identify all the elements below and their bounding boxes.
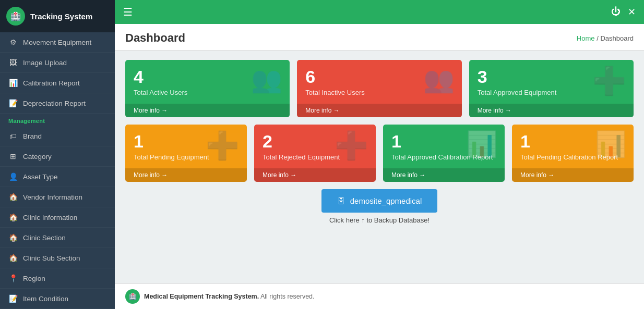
grid-icon: ⊞	[8, 152, 18, 160]
sidebar-label-asset-type: Asset Type	[23, 173, 58, 181]
sidebar-label-clinic-sub-section: Clinic Sub Section	[23, 254, 80, 262]
sidebar-logo-icon: 🏥	[6, 7, 25, 26]
sidebar-item-depreciation-report[interactable]: 📝 Depreciation Report	[0, 93, 115, 114]
footer: 🏥 Medical Equipment Tracking System. All…	[115, 283, 644, 309]
stat-card-approved-calibration[interactable]: 📊 1 Total Approved Calibration Report Mo…	[383, 125, 505, 182]
sidebar-label-movement-equipment: Movement Equipment	[23, 39, 91, 46]
inactive-users-label: Total Inactive Users	[305, 89, 453, 100]
sidebar-label-brand: Brand	[23, 132, 42, 140]
sidebar-section-management: Management	[0, 114, 115, 126]
topbar: ☰ ⏻ ✕	[115, 0, 644, 24]
image-icon: 🖼	[8, 58, 18, 67]
sidebar-item-region[interactable]: 📍 Region	[0, 268, 115, 289]
approved-calibration-more-info[interactable]: More info →	[383, 168, 505, 182]
main-content: ☰ ⏻ ✕ Dashboard Home / Dashboard 👥 4 Tot…	[115, 0, 644, 309]
inactive-users-more-info[interactable]: More info →	[297, 104, 461, 117]
sidebar-header: 🏥 Tracking System	[0, 0, 115, 32]
chart-icon: 📊	[8, 79, 18, 87]
approved-equipment-label: Total Approved Equipment	[478, 89, 625, 100]
database-icon: 🗄	[337, 196, 345, 205]
approved-equipment-more-info[interactable]: More info →	[469, 104, 634, 117]
footer-logo-icon: 🏥	[125, 289, 140, 304]
report-icon: 📝	[8, 99, 18, 107]
approved-calibration-label: Total Approved Calibration Report	[391, 153, 496, 164]
sidebar-title: Tracking System	[30, 12, 92, 21]
sidebar-item-category[interactable]: ⊞ Category	[0, 146, 115, 167]
topbar-actions: ⏻ ✕	[611, 6, 636, 18]
sidebar-item-image-upload[interactable]: 🖼 Image Upload	[0, 53, 115, 73]
power-icon[interactable]: ⏻	[611, 6, 621, 18]
region-icon: 📍	[8, 274, 18, 282]
sidebar-label-clinic-section: Clinic Section	[23, 234, 66, 242]
active-users-label: Total Active Users	[134, 89, 281, 100]
stat-card-rejected-equipment[interactable]: ➕ 2 Total Rejected Equipment More info →	[254, 125, 376, 182]
sidebar-label-item-condition: Item Condition	[23, 295, 68, 303]
sidebar-item-calibration-report[interactable]: 📊 Calibration Report	[0, 73, 115, 93]
stat-card-approved-equipment[interactable]: ➕ 3 Total Approved Equipment More info →	[469, 60, 634, 117]
sidebar-label-category: Category	[23, 153, 52, 160]
sidebar-label-image-upload: Image Upload	[23, 59, 67, 67]
backup-button[interactable]: 🗄 demosite_qpmedical	[321, 189, 438, 213]
sidebar-item-asset-type[interactable]: 👤 Asset Type	[0, 167, 115, 187]
pending-equipment-more-info[interactable]: More info →	[125, 168, 247, 182]
sidebar-item-movement-equipment[interactable]: ⚙ Movement Equipment	[0, 32, 115, 53]
wrench-icon: ⚙	[8, 38, 18, 46]
sidebar-item-clinic-sub-section[interactable]: 🏠 Clinic Sub Section	[0, 248, 115, 268]
sidebar-label-calibration-report: Calibration Report	[23, 79, 80, 87]
clinic-sub-icon: 🏠	[8, 254, 18, 262]
sidebar-label-vendor-information: Vendor Information	[23, 193, 82, 201]
active-users-more-info[interactable]: More info →	[125, 104, 290, 117]
sidebar-item-brand[interactable]: 🏷 Brand	[0, 126, 115, 146]
stat-card-active-users[interactable]: 👥 4 Total Active Users More info →	[125, 60, 290, 117]
pending-equipment-label: Total Pending Equipment	[134, 153, 238, 164]
backup-button-label: demosite_qpmedical	[350, 196, 422, 205]
pending-calibration-more-info[interactable]: More info →	[512, 168, 634, 182]
sidebar-item-clinic-information[interactable]: 🏠 Clinic Information	[0, 207, 115, 228]
sidebar-item-item-condition[interactable]: 📝 Item Condition	[0, 289, 115, 309]
sidebar-item-clinic-section[interactable]: 🏠 Clinic Section	[0, 228, 115, 248]
backup-hint: Click here ↑ to Backup Database!	[125, 216, 634, 224]
dashboard-content: 👥 4 Total Active Users More info → 👥 6 T…	[115, 51, 644, 283]
footer-brand: Medical Equipment Tracking System. All r…	[144, 293, 315, 300]
stat-card-inactive-users[interactable]: 👥 6 Total Inactive Users More info →	[297, 60, 461, 117]
breadcrumb: Home / Dashboard	[577, 34, 634, 42]
sidebar-label-region: Region	[23, 275, 45, 282]
pending-calibration-label: Total Pending Calibration Report	[520, 153, 625, 164]
clinic-section-icon: 🏠	[8, 233, 18, 242]
stat-card-pending-equipment[interactable]: ➕ 1 Total Pending Equipment More info →	[125, 125, 247, 182]
clinic-icon: 🏠	[8, 213, 18, 221]
sidebar: 🏥 Tracking System ⚙ Movement Equipment 🖼…	[0, 0, 115, 309]
menu-icon[interactable]: ☰	[123, 6, 133, 18]
condition-icon: 📝	[8, 294, 18, 303]
breadcrumb-current: Dashboard	[600, 34, 634, 42]
stats-row-2: ➕ 1 Total Pending Equipment More info → …	[125, 125, 634, 182]
close-icon[interactable]: ✕	[628, 6, 636, 18]
breadcrumb-home-link[interactable]: Home	[577, 34, 595, 42]
tag-icon: 🏷	[8, 132, 18, 140]
sidebar-label-clinic-information: Clinic Information	[23, 214, 77, 221]
vendor-icon: 🏠	[8, 193, 18, 201]
sidebar-item-vendor-information[interactable]: 🏠 Vendor Information	[0, 187, 115, 207]
backup-section: 🗄 demosite_qpmedical Click here ↑ to Bac…	[125, 189, 634, 224]
stat-card-pending-calibration[interactable]: 📊 1 Total Pending Calibration Report Mor…	[512, 125, 634, 182]
person-icon: 👤	[8, 172, 18, 181]
sidebar-label-depreciation-report: Depreciation Report	[23, 100, 86, 107]
rejected-equipment-label: Total Rejected Equipment	[263, 153, 367, 164]
stats-row-1: 👥 4 Total Active Users More info → 👥 6 T…	[125, 60, 634, 117]
page-header: Dashboard Home / Dashboard	[115, 24, 644, 51]
page-title: Dashboard	[125, 31, 185, 45]
rejected-equipment-more-info[interactable]: More info →	[254, 168, 376, 182]
